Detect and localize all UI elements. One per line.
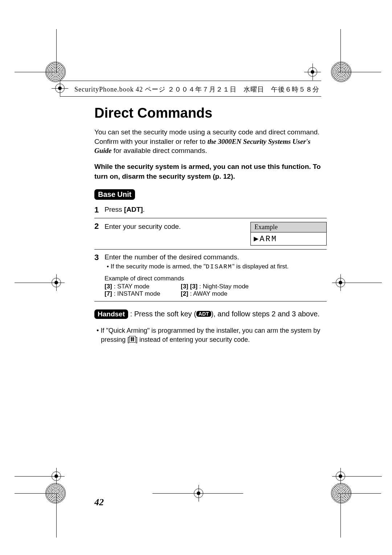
commands-table: [3] : STAY mode [7] : INSTANT mode [3] [… [105, 283, 327, 297]
step-1-text-c: . [143, 206, 145, 213]
crop-line [56, 29, 57, 73]
crop-line [338, 72, 381, 72]
crop-line [346, 476, 382, 477]
page-title: Direct Commands [94, 105, 327, 121]
step-3-sub-b: " is displayed at first. [232, 263, 289, 270]
handset-text-a: : Press the soft key ( [128, 310, 196, 318]
crop-line [340, 29, 341, 73]
crop-line [15, 283, 51, 283]
registration-target-bl2 [52, 471, 61, 481]
crop-line [338, 493, 381, 494]
registration-target-right [336, 278, 345, 287]
cmd-2-val: : AWAY mode [188, 290, 228, 297]
adt-softkey-icon: ADT [196, 311, 211, 317]
step-3-sub-a: • If the security mode is armed, the " [107, 263, 206, 270]
base-unit-label: Base Unit [94, 189, 135, 200]
example-screen: ▶ARM [250, 232, 327, 246]
example-label: Example [250, 222, 327, 232]
step-1: 1 Press [ADT]. [94, 202, 327, 218]
step-2-number: 2 [94, 222, 105, 231]
crop-line [346, 283, 382, 283]
step-2: 2 Enter your security code. Example ▶ARM [94, 218, 327, 250]
crop-line [56, 494, 57, 538]
cmd-33-key: [3] [3] [181, 283, 197, 290]
handset-label: Handset [94, 309, 128, 319]
intro-text-2: for available direct commands. [112, 147, 207, 154]
page-content: Direct Commands You can set the security… [94, 105, 327, 345]
cmd-7-key: [7] [105, 290, 112, 297]
header-crop-text: SecurityPhone.book 42 ページ ２００４年７月２１日 水曜日… [74, 85, 319, 94]
warning-text: While the security system is armed, you … [94, 162, 327, 181]
header-rule-bottom [60, 96, 321, 97]
cmd-2-key: [2] [181, 290, 188, 297]
header-rule-top [60, 81, 321, 81]
registration-target-left [52, 278, 61, 287]
hash-key-icon [129, 336, 136, 343]
step-3-number: 3 [94, 253, 105, 262]
crop-line [15, 493, 58, 494]
cmd-3-val: : STAY mode [112, 283, 150, 290]
page-number: 42 [94, 497, 104, 508]
example-display: Example ▶ARM [250, 222, 327, 246]
registration-target-top-a [55, 84, 65, 93]
step-3-text: Enter the number of the desired commands… [105, 253, 327, 261]
step-3-subnote: • If the security mode is armed, the "DI… [105, 263, 327, 271]
example-commands-title: Example of direct commands [105, 275, 327, 282]
step-3: 3 Enter the number of the desired comman… [94, 250, 327, 301]
cmd-3-key: [3] [105, 283, 112, 290]
crop-line [15, 476, 51, 477]
crop-line [340, 494, 341, 538]
handset-text-b: ), and follow steps 2 and 3 above. [211, 310, 320, 318]
handset-instruction: Handset : Press the soft key (ADT), and … [94, 309, 327, 319]
step-2-text: Enter your security code. [105, 222, 243, 231]
cmd-7-val: : INSTANT mode [112, 290, 160, 297]
crop-line [15, 72, 58, 72]
step-1-text-a: Press [105, 206, 124, 213]
step-3-disarm: DISARM [206, 263, 232, 270]
registration-target-top-b [308, 67, 317, 77]
crop-line [152, 493, 243, 494]
registration-target-br2 [336, 471, 345, 481]
cmd-33-val: : Night-Stay mode [197, 283, 249, 290]
intro-paragraph: You can set the security mode using a se… [94, 127, 327, 155]
quick-arming-note: • If "Quick Arming" is programmed by the… [94, 326, 327, 344]
step-1-number: 1 [94, 206, 105, 214]
footnote-b: instead of entering your security code. [138, 336, 250, 343]
step-1-key: [ADT] [124, 206, 143, 213]
